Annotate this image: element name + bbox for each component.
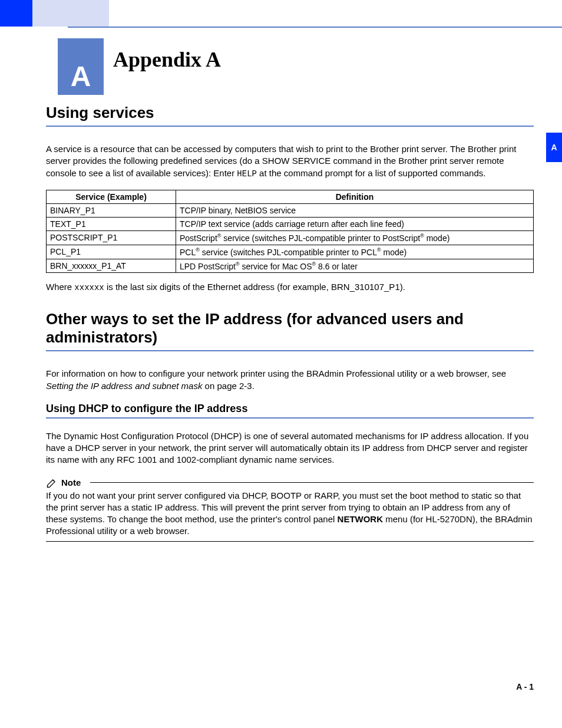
inline-code-xxxxxx: xxxxxx bbox=[74, 283, 104, 292]
table-header-definition: Definition bbox=[176, 190, 534, 204]
cell-service: POSTSCRIPT_P1 bbox=[47, 231, 176, 245]
note-rule bbox=[90, 482, 534, 483]
heading-rule bbox=[46, 126, 534, 127]
appendix-title: Appendix A bbox=[113, 47, 221, 72]
cell-service: BINARY_P1 bbox=[47, 204, 176, 218]
heading-rule bbox=[46, 350, 534, 351]
ethernet-note-paragraph: Where xxxxxx is the last six digits of t… bbox=[46, 281, 534, 294]
note-rule-bottom bbox=[46, 541, 534, 542]
services-table: Service (Example) Definition BINARY_P1 T… bbox=[46, 190, 534, 273]
note-header: Note bbox=[46, 477, 534, 489]
note-block: Note If you do not want your print serve… bbox=[46, 477, 534, 542]
page-content: Using services A service is a resource t… bbox=[46, 104, 534, 542]
inline-code-help: HELP bbox=[237, 169, 257, 179]
cell-service: BRN_xxxxxx_P1_AT bbox=[47, 259, 176, 273]
cell-definition: LPD PostScript® service for Mac OS® 8.6 … bbox=[176, 259, 534, 273]
ip-intro-paragraph: For information on how to configure your… bbox=[46, 368, 534, 392]
subheading-rule bbox=[46, 417, 534, 419]
top-blue-decor bbox=[0, 0, 32, 27]
cell-service: TEXT_P1 bbox=[47, 218, 176, 231]
dhcp-paragraph: The Dynamic Host Configuration Protocol … bbox=[46, 430, 534, 466]
text: For information on how to configure your… bbox=[46, 368, 506, 378]
cell-definition: PostScript® service (switches PJL-compat… bbox=[176, 231, 534, 245]
section-heading-services: Using services bbox=[46, 104, 534, 122]
table-row: TEXT_P1 TCP/IP text service (adds carria… bbox=[47, 218, 534, 231]
appendix-badge: A bbox=[58, 38, 104, 95]
text-bold-network: NETWORK bbox=[338, 514, 384, 524]
side-tab: A bbox=[546, 133, 562, 162]
cell-definition: TCP/IP text service (adds carriage retur… bbox=[176, 218, 534, 231]
cell-definition: TCP/IP binary, NetBIOS service bbox=[176, 204, 534, 218]
text: on page 2-3. bbox=[202, 381, 254, 391]
page-number: A - 1 bbox=[516, 682, 534, 691]
cell-service: PCL_P1 bbox=[47, 245, 176, 259]
text: is the last six digits of the Ethernet a… bbox=[104, 282, 405, 292]
table-row: BINARY_P1 TCP/IP binary, NetBIOS service bbox=[47, 204, 534, 218]
top-light-decor bbox=[32, 0, 109, 27]
cell-definition: PCL® service (switches PJL-compatible pr… bbox=[176, 245, 534, 259]
table-row: BRN_xxxxxx_P1_AT LPD PostScript® service… bbox=[47, 259, 534, 273]
services-intro-paragraph: A service is a resource that can be acce… bbox=[46, 143, 534, 179]
note-label: Note bbox=[61, 477, 81, 487]
table-header-service: Service (Example) bbox=[47, 190, 176, 204]
text: at the command prompt for a list of supp… bbox=[257, 168, 486, 178]
section-heading-ipaddress: Other ways to set the IP address (for ad… bbox=[46, 310, 534, 347]
table-row: POSTSCRIPT_P1 PostScript® service (switc… bbox=[47, 231, 534, 245]
top-rule bbox=[68, 27, 562, 28]
text: Where bbox=[46, 282, 74, 292]
cross-reference: Setting the IP address and subnet mask bbox=[46, 381, 202, 391]
note-pencil-icon bbox=[46, 477, 58, 489]
note-body: If you do not want your print server con… bbox=[46, 490, 534, 538]
subsection-heading-dhcp: Using DHCP to configure the IP address bbox=[46, 403, 534, 415]
table-row: PCL_P1 PCL® service (switches PJL-compat… bbox=[47, 245, 534, 259]
table-header-row: Service (Example) Definition bbox=[47, 190, 534, 204]
